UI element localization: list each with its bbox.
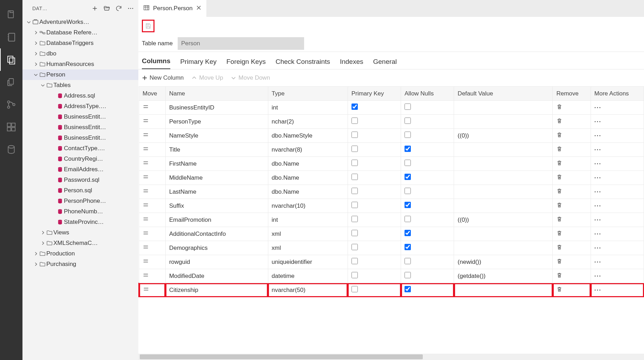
delete-icon[interactable] <box>556 231 563 238</box>
activity-extensions[interactable] <box>0 116 22 138</box>
tree-item[interactable]: ContactType.… <box>22 143 138 154</box>
cell-name[interactable]: NameStyle <box>165 129 268 143</box>
cell-default[interactable] <box>454 115 553 129</box>
horizontal-scrollbar[interactable] <box>138 354 644 360</box>
delete-icon[interactable] <box>556 245 563 252</box>
close-icon[interactable] <box>196 5 202 12</box>
cell-type[interactable]: nchar(2) <box>268 115 348 129</box>
cell-default[interactable]: (newid()) <box>454 255 553 269</box>
cell-name[interactable]: BusinessEntityID <box>165 101 268 115</box>
tree-item[interactable]: Production <box>22 248 138 259</box>
more-actions-button[interactable]: ··· <box>594 160 602 167</box>
new-column-button[interactable]: New Column <box>142 74 184 81</box>
activity-copy[interactable] <box>0 71 22 93</box>
column-row[interactable]: Suffixnvarchar(10)··· <box>139 199 644 213</box>
more-actions-button[interactable]: ··· <box>594 174 602 181</box>
cell-name[interactable]: PersonType <box>165 115 268 129</box>
more-actions-button[interactable]: ··· <box>594 132 602 139</box>
cell-name[interactable]: MiddleName <box>165 171 268 185</box>
cell-type[interactable]: dbo.Name <box>268 171 348 185</box>
cell-name[interactable]: Demographics <box>165 241 268 255</box>
allow-nulls-checkbox[interactable] <box>405 230 411 236</box>
activity-notebook[interactable] <box>0 26 22 48</box>
column-row[interactable]: FirstNamedbo.Name··· <box>139 157 644 171</box>
tree-item[interactable]: Address.sql <box>22 91 138 101</box>
cell-type[interactable]: datetime <box>268 269 348 283</box>
subtab-check-constraints[interactable]: Check Constraints <box>276 58 330 69</box>
primary-key-checkbox[interactable] <box>351 230 358 236</box>
column-row[interactable]: PersonTypenchar(2)··· <box>139 115 644 129</box>
tree-item[interactable]: BusinessEntit… <box>22 112 138 122</box>
drag-handle-icon[interactable] <box>143 245 149 252</box>
cell-type[interactable]: nvarchar(50) <box>268 283 348 297</box>
subtab-columns[interactable]: Columns <box>142 57 170 69</box>
cell-type[interactable]: dbo.Name <box>268 157 348 171</box>
primary-key-checkbox[interactable] <box>351 118 358 124</box>
tree-item[interactable]: Database Refere… <box>22 27 138 38</box>
delete-icon[interactable] <box>556 287 563 294</box>
delete-icon[interactable] <box>556 217 563 224</box>
cell-default[interactable] <box>454 143 553 157</box>
column-row[interactable]: AdditionalContactInfoxml··· <box>139 227 644 241</box>
more-actions-button[interactable]: ··· <box>594 202 602 209</box>
delete-icon[interactable] <box>556 133 563 139</box>
tree-item[interactable]: BusinessEntit… <box>22 133 138 143</box>
tree-item[interactable]: DatabaseTriggers <box>22 38 138 48</box>
move-up-button[interactable]: Move Up <box>191 74 223 81</box>
cell-default[interactable] <box>454 185 553 199</box>
more-actions-button[interactable]: ··· <box>594 273 602 279</box>
activity-database[interactable] <box>0 138 22 161</box>
primary-key-checkbox[interactable] <box>351 258 358 264</box>
allow-nulls-checkbox[interactable] <box>405 272 411 278</box>
cell-type[interactable]: uniqueidentifier <box>268 255 348 269</box>
cell-name[interactable]: Citizenship <box>165 283 268 297</box>
cell-default[interactable]: ((0)) <box>454 213 553 227</box>
cell-name[interactable]: EmailPromotion <box>165 213 268 227</box>
subtab-general[interactable]: General <box>373 58 397 69</box>
tree-item[interactable]: StateProvinc… <box>22 217 138 227</box>
cell-default[interactable] <box>454 227 553 241</box>
primary-key-checkbox[interactable] <box>351 188 358 194</box>
tree-item[interactable]: Purchasing <box>22 259 138 269</box>
primary-key-checkbox[interactable] <box>351 104 358 110</box>
more-actions-button[interactable]: ··· <box>594 287 602 293</box>
drag-handle-icon[interactable] <box>143 287 149 294</box>
more-actions-button[interactable]: ··· <box>594 245 602 251</box>
tree-item[interactable]: AddressType.… <box>22 101 138 112</box>
drag-handle-icon[interactable] <box>143 231 149 238</box>
cell-type[interactable]: xml <box>268 241 348 255</box>
subtab-foreign-keys[interactable]: Foreign Keys <box>226 58 266 69</box>
delete-icon[interactable] <box>556 119 563 125</box>
cell-type[interactable]: xml <box>268 227 348 241</box>
allow-nulls-checkbox[interactable] <box>405 146 411 152</box>
allow-nulls-checkbox[interactable] <box>405 104 411 110</box>
cell-type[interactable]: dbo.Name <box>268 185 348 199</box>
primary-key-checkbox[interactable] <box>351 132 358 138</box>
tree-item[interactable]: CountryRegi… <box>22 154 138 164</box>
allow-nulls-checkbox[interactable] <box>405 132 411 138</box>
move-down-button[interactable]: Move Down <box>231 74 270 81</box>
primary-key-checkbox[interactable] <box>351 202 358 208</box>
cell-default[interactable] <box>454 101 553 115</box>
drag-handle-icon[interactable] <box>143 217 149 224</box>
cell-default[interactable]: (getdate()) <box>454 269 553 283</box>
drag-handle-icon[interactable] <box>143 189 149 195</box>
delete-icon[interactable] <box>556 161 563 167</box>
delete-icon[interactable] <box>556 105 563 111</box>
delete-icon[interactable] <box>556 273 563 280</box>
more-actions-button[interactable]: ··· <box>594 188 602 195</box>
primary-key-checkbox[interactable] <box>351 286 358 292</box>
cell-default[interactable] <box>454 171 553 185</box>
table-name-input[interactable]: Person <box>178 37 304 50</box>
tree-item[interactable]: EmailAddres… <box>22 164 138 175</box>
cell-name[interactable]: FirstName <box>165 157 268 171</box>
allow-nulls-checkbox[interactable] <box>405 174 411 180</box>
cell-type[interactable]: int <box>268 213 348 227</box>
tree-item[interactable]: HumanResources <box>22 59 138 69</box>
delete-icon[interactable] <box>556 203 563 209</box>
cell-type[interactable]: int <box>268 101 348 115</box>
delete-icon[interactable] <box>556 147 563 153</box>
column-row[interactable]: Citizenshipnvarchar(50)··· <box>139 283 644 297</box>
save-button[interactable] <box>142 20 155 32</box>
more-icon[interactable] <box>126 4 136 13</box>
